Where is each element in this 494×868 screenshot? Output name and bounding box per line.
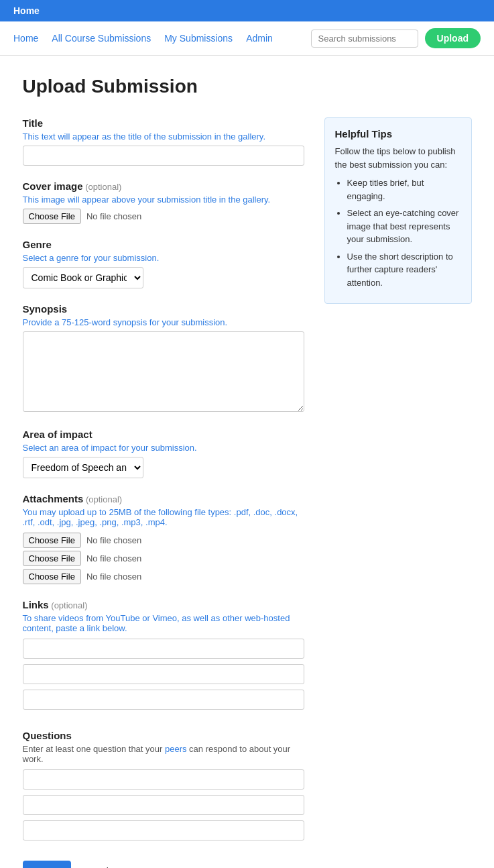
links-label: Links (optional) — [23, 599, 304, 610]
topbar-home-label: Home — [13, 5, 40, 16]
genre-select[interactable]: Comic Book or Graphic Nov — [23, 267, 143, 288]
links-field-group: Links (optional) To share videos from Yo… — [23, 599, 304, 715]
attach-file-row-3: Choose File No file chosen — [23, 569, 304, 584]
attach-file-row-2: Choose File No file chosen — [23, 551, 304, 566]
attach-no-file-3: No file chosen — [86, 572, 141, 582]
synopsis-label: Synopsis — [23, 303, 304, 315]
tips-heading: Helpful Tips — [335, 128, 461, 140]
area-hint: Select an area of impact for your submis… — [23, 443, 304, 453]
tips-intro: Follow the tips below to publish the bes… — [335, 145, 461, 171]
link-input-3[interactable] — [23, 690, 304, 710]
attach-choose-button-2[interactable]: Choose File — [23, 551, 81, 566]
question-input-2[interactable] — [23, 795, 304, 815]
page-title: Upload Submission — [23, 76, 472, 97]
search-input[interactable] — [311, 30, 418, 48]
nav-all-course[interactable]: All Course Submissions — [52, 33, 151, 44]
cover-no-file-label: No file chosen — [86, 211, 141, 221]
peers-link[interactable]: peers — [165, 744, 187, 754]
cover-field-group: Cover image (optional) This image will a… — [23, 180, 304, 224]
tip-item-1: Keep titles brief, but engaging. — [347, 176, 461, 203]
questions-field-group: Questions Enter at least one question th… — [23, 730, 304, 846]
genre-field-group: Genre Select a genre for your submission… — [23, 239, 304, 288]
tip-item-3: Use the short description to further cap… — [347, 250, 461, 290]
form-actions: Save Cancel — [23, 861, 304, 868]
nav-my-submissions[interactable]: My Submissions — [164, 33, 233, 44]
attachments-field-group: Attachments (optional) You may upload up… — [23, 493, 304, 584]
area-select[interactable]: Freedom of Speech and Pre — [23, 457, 143, 478]
cover-label: Cover image (optional) — [23, 180, 304, 192]
questions-label: Questions — [23, 730, 304, 741]
cover-choose-button[interactable]: Choose File — [23, 209, 81, 224]
cover-file-row: Choose File No file chosen — [23, 209, 304, 224]
synopsis-textarea[interactable] — [23, 331, 304, 412]
form-layout: Title This text will appear as the title… — [23, 117, 472, 868]
attach-no-file-2: No file chosen — [86, 553, 141, 563]
attach-file-row-1: Choose File No file chosen — [23, 533, 304, 548]
main-nav: Home All Course Submissions My Submissio… — [0, 21, 494, 56]
genre-hint: Select a genre for your submission. — [23, 253, 304, 263]
area-field-group: Area of impact Select an area of impact … — [23, 429, 304, 478]
question-input-1[interactable] — [23, 769, 304, 790]
upload-button[interactable]: Upload — [425, 28, 481, 48]
nav-right: Upload — [311, 28, 481, 48]
title-field-group: Title This text will appear as the title… — [23, 117, 304, 166]
area-label: Area of impact — [23, 429, 304, 440]
top-bar: Home — [0, 0, 494, 21]
tip-item-2: Select an eye-catching cover image that … — [347, 207, 461, 246]
link-input-2[interactable] — [23, 664, 304, 684]
page-content: Upload Submission Title This text will a… — [9, 56, 485, 868]
attachments-label: Attachments (optional) — [23, 493, 304, 504]
title-input[interactable] — [23, 146, 304, 166]
links-hint: To share videos from YouTube or Vimeo, a… — [23, 613, 304, 633]
attachments-hint: You may upload up to 25MB of the followi… — [23, 507, 304, 527]
synopsis-field-group: Synopsis Provide a 75-125-word synopsis … — [23, 303, 304, 414]
tips-list: Keep titles brief, but engaging. Select … — [335, 176, 461, 289]
question-input-3[interactable] — [23, 820, 304, 840]
form-main: Title This text will appear as the title… — [23, 117, 304, 868]
title-label: Title — [23, 117, 304, 129]
synopsis-hint: Provide a 75-125-word synopsis for your … — [23, 317, 304, 327]
genre-label: Genre — [23, 239, 304, 250]
attach-choose-button-1[interactable]: Choose File — [23, 533, 81, 548]
save-button[interactable]: Save — [23, 861, 72, 868]
title-hint: This text will appear as the title of th… — [23, 131, 304, 142]
attach-no-file-1: No file chosen — [86, 535, 141, 545]
nav-home[interactable]: Home — [13, 33, 38, 44]
attach-choose-button-3[interactable]: Choose File — [23, 569, 81, 584]
nav-admin[interactable]: Admin — [246, 33, 273, 44]
cover-hint: This image will appear above your submis… — [23, 195, 304, 205]
link-input-1[interactable] — [23, 639, 304, 659]
form-sidebar: Helpful Tips Follow the tips below to pu… — [324, 117, 472, 304]
questions-hint: Enter at least one question that your pe… — [23, 744, 304, 764]
tips-box: Helpful Tips Follow the tips below to pu… — [324, 117, 472, 304]
